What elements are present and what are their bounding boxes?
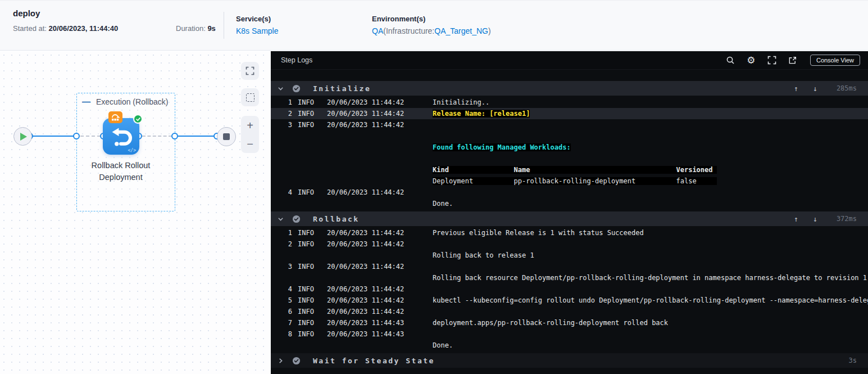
execution-header: deploy Started at: 20/06/2023, 11:44:40 … bbox=[0, 0, 868, 51]
environment-link[interactable]: QA bbox=[372, 26, 383, 35]
pipeline-graph-canvas[interactable]: — Execution (Rollback) </> bbox=[0, 51, 271, 374]
log-level: INFO bbox=[298, 227, 322, 238]
scroll-to-top-icon[interactable]: ↑ bbox=[794, 84, 798, 93]
log-line: Done. bbox=[271, 340, 868, 351]
chevron-down-icon[interactable] bbox=[278, 216, 284, 222]
log-line-number: 4 bbox=[278, 187, 292, 198]
started-at: Started at: 20/06/2023, 11:44:40 bbox=[13, 24, 118, 33]
log-section-controls: ↑↓372ms bbox=[794, 215, 857, 223]
canvas-zoom-controls: + − bbox=[241, 116, 259, 153]
log-message: Previous eligible Release is 1 with stat… bbox=[433, 229, 644, 237]
log-level: INFO bbox=[298, 317, 322, 328]
log-level: INFO bbox=[298, 187, 322, 198]
step-node-rollback-rollout-deployment[interactable]: </> bbox=[103, 118, 139, 155]
log-timestamp: 20/06/2023 11:44:42 bbox=[327, 238, 427, 250]
edge-group-to-step bbox=[80, 136, 101, 137]
log-line: 2INFO20/06/2023 11:44:42Release Name: [r… bbox=[271, 108, 868, 119]
step-node-label[interactable]: Rollback Rollout Deployment bbox=[69, 160, 172, 183]
log-line bbox=[271, 153, 868, 164]
zoom-out-button[interactable]: − bbox=[247, 139, 253, 149]
log-timestamp: 20/06/2023 11:44:42 bbox=[327, 295, 427, 306]
start-node[interactable] bbox=[13, 127, 32, 146]
log-line-number: 5 bbox=[278, 295, 292, 306]
log-line-number: 1 bbox=[278, 227, 292, 238]
log-section-header[interactable]: Wait for Steady State3s bbox=[271, 353, 868, 368]
code-icon: </> bbox=[128, 148, 136, 153]
infrastructure-link[interactable]: QA_Target_NG bbox=[434, 26, 488, 35]
log-line-number: 8 bbox=[278, 328, 292, 340]
log-section-duration: 285ms bbox=[832, 84, 857, 92]
rollback-undo-icon bbox=[109, 124, 134, 149]
log-line: 8INFO20/06/2023 11:44:43 bbox=[271, 328, 868, 340]
service-link[interactable]: K8s Sample bbox=[236, 26, 278, 35]
execution-group-label: — Execution (Rollback) bbox=[82, 97, 168, 106]
log-section-lines: 1INFO20/06/2023 11:44:42Initializing..2I… bbox=[271, 96, 868, 211]
step-logs-panel: Step Logs ⚙ Console View Initialize↑↓285… bbox=[271, 51, 868, 374]
log-section-lines: 1INFO20/06/2023 11:44:42Previous eligibl… bbox=[271, 226, 868, 353]
play-icon bbox=[20, 133, 27, 141]
collapse-group-icon[interactable]: — bbox=[82, 99, 90, 105]
scroll-to-bottom-icon[interactable]: ↓ bbox=[813, 84, 817, 93]
stop-icon bbox=[223, 133, 230, 140]
chevron-down-icon[interactable] bbox=[278, 85, 284, 92]
success-check-icon bbox=[133, 114, 143, 124]
chevron-right-icon[interactable] bbox=[278, 358, 284, 364]
canvas-select-button[interactable] bbox=[241, 88, 259, 106]
log-message: Rolling back to release 1 bbox=[433, 251, 534, 259]
duration: Duration: 9s bbox=[176, 24, 216, 33]
zoom-in-button[interactable]: + bbox=[247, 120, 253, 130]
log-line-number: 7 bbox=[278, 317, 292, 328]
fullscreen-icon bbox=[246, 66, 255, 75]
step-success-check-icon bbox=[292, 357, 301, 365]
console-view-button[interactable]: Console View bbox=[810, 55, 860, 66]
edge-start-to-group bbox=[31, 136, 75, 137]
end-node[interactable] bbox=[217, 127, 236, 146]
log-level: INFO bbox=[298, 108, 322, 119]
canvas-fullscreen-button[interactable] bbox=[241, 62, 259, 80]
open-in-new-icon[interactable] bbox=[788, 55, 798, 65]
log-level: INFO bbox=[298, 283, 322, 295]
expand-logs-icon[interactable] bbox=[767, 55, 777, 65]
services-label: Service(s) bbox=[236, 15, 278, 23]
search-icon[interactable] bbox=[725, 55, 735, 65]
log-section-header[interactable]: Initialize↑↓285ms bbox=[271, 81, 868, 96]
log-line-number: 1 bbox=[278, 97, 292, 108]
log-section-header[interactable]: Rollback↑↓372ms bbox=[271, 211, 868, 226]
log-message: deployment.apps/pp-rollback-rolling-depl… bbox=[433, 319, 668, 327]
log-line: Rolling back resource Deployment/pp-roll… bbox=[271, 272, 868, 283]
log-message: Initializing.. bbox=[433, 98, 489, 106]
edge-step-to-group-end bbox=[142, 136, 172, 137]
log-level: INFO bbox=[298, 261, 322, 272]
log-timestamp: 20/06/2023 11:44:42 bbox=[327, 187, 427, 198]
log-line: 3INFO20/06/2023 11:44:42 bbox=[271, 261, 868, 272]
log-line: Rolling back to release 1 bbox=[271, 250, 868, 261]
log-level: INFO bbox=[298, 328, 322, 340]
log-section-title: Wait for Steady State bbox=[313, 357, 435, 365]
duration-label: Duration: bbox=[176, 24, 206, 33]
environment-suffix: ) bbox=[488, 26, 491, 35]
log-line-number: 2 bbox=[278, 108, 292, 119]
log-line: 4INFO20/06/2023 11:44:42 bbox=[271, 283, 868, 295]
log-message: kubectl --kubeconfig=config rollout undo… bbox=[433, 296, 868, 304]
log-line bbox=[271, 130, 868, 142]
log-message: Deployment pp-rollback-rolling-deploymen… bbox=[433, 177, 717, 185]
environments-block: Environment(s) QA(Infrastructure:QA_Targ… bbox=[372, 15, 491, 35]
log-section-initialize: Initialize↑↓285ms1INFO20/06/2023 11:44:4… bbox=[271, 81, 868, 211]
started-at-label: Started at: bbox=[13, 24, 47, 33]
log-timestamp: 20/06/2023 11:44:42 bbox=[327, 119, 427, 130]
log-message: Kind Name Versioned bbox=[433, 166, 717, 174]
log-message: Release Name: [release1] bbox=[433, 110, 530, 118]
settings-gear-icon[interactable]: ⚙ bbox=[746, 55, 756, 65]
step-success-check-icon bbox=[292, 84, 301, 93]
log-level: INFO bbox=[298, 306, 322, 317]
log-timestamp: 20/06/2023 11:44:43 bbox=[327, 328, 427, 340]
scroll-to-bottom-icon[interactable]: ↓ bbox=[813, 215, 817, 223]
log-section-title: Rollback bbox=[313, 215, 360, 223]
log-line: 3INFO20/06/2023 11:44:42 bbox=[271, 119, 868, 130]
log-line: 6INFO20/06/2023 11:44:42 bbox=[271, 306, 868, 317]
log-timestamp: 20/06/2023 11:44:42 bbox=[327, 97, 427, 108]
header-divider bbox=[224, 12, 224, 39]
log-body[interactable]: Initialize↑↓285ms1INFO20/06/2023 11:44:4… bbox=[271, 70, 868, 368]
log-timestamp: 20/06/2023 11:44:43 bbox=[327, 317, 427, 328]
scroll-to-top-icon[interactable]: ↑ bbox=[794, 215, 798, 223]
